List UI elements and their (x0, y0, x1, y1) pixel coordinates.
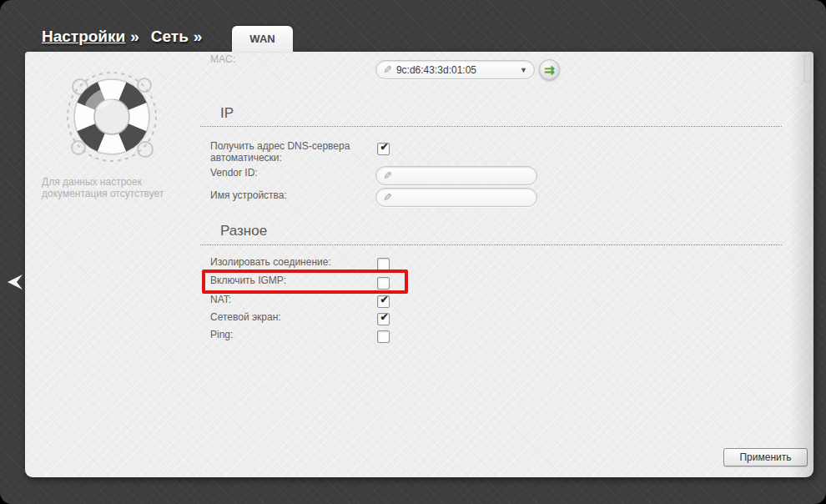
settings-panel: Для данных настроек документация отсутст… (25, 52, 813, 477)
pencil-icon: ✎ (383, 63, 392, 76)
enable-igmp-checkbox[interactable] (377, 277, 390, 290)
pencil-icon: ✎ (383, 191, 392, 204)
apply-button[interactable]: Применить (723, 448, 808, 466)
breadcrumb-separator: » (194, 28, 203, 45)
collapse-arrow-icon (6, 273, 24, 291)
enable-igmp-label: Включить IGMP: (210, 275, 374, 287)
dns-auto-checkbox[interactable]: ✔ (377, 143, 390, 155)
section-title-ip: IP (220, 105, 234, 122)
breadcrumb-separator: » (130, 28, 139, 45)
clone-mac-arrows-icon: ⇉ (544, 63, 555, 76)
mac-select[interactable]: ✎ 9c:d6:43:3d:01:05 ▼ (375, 60, 535, 79)
vendor-id-input[interactable] (396, 168, 530, 184)
tab-wan[interactable]: WAN (232, 26, 293, 52)
scrollbar-thumb[interactable] (803, 54, 811, 83)
router-admin-window: Настройки»Сеть» WAN Для данн (0, 0, 826, 504)
ping-checkbox[interactable] (377, 330, 390, 343)
isolate-connection-checkbox[interactable] (377, 258, 390, 270)
mac-select-value: 9c:d6:43:3d:01:05 (396, 64, 516, 76)
breadcrumb: Настройки»Сеть» (42, 28, 214, 46)
vendor-id-label: Vendor ID: (210, 168, 374, 179)
nat-checkbox[interactable]: ✔ (377, 295, 390, 308)
collapse-panel-button[interactable] (6, 273, 24, 291)
chevron-down-icon: ▼ (520, 66, 527, 74)
section-divider (200, 244, 782, 245)
mac-label: MAC: (210, 54, 374, 66)
device-name-input[interactable] (396, 189, 530, 206)
check-icon: ✔ (380, 141, 388, 153)
lifebuoy-icon (62, 67, 162, 167)
section-title-misc: Разное (220, 223, 267, 239)
check-icon: ✔ (380, 294, 388, 305)
check-icon: ✔ (380, 311, 388, 323)
dns-auto-label: Получить адрес DNS-сервера автоматически… (210, 141, 374, 164)
section-divider (200, 126, 782, 127)
firewall-label: Сетевой экран: (210, 312, 374, 324)
clone-mac-button[interactable]: ⇉ (539, 59, 560, 80)
breadcrumb-settings-link[interactable]: Настройки (42, 28, 125, 45)
no-documentation-note: Для данных настроек документация отсутст… (42, 176, 200, 199)
device-name-field-wrap: ✎ (375, 188, 537, 207)
vendor-id-field-wrap: ✎ (375, 166, 537, 185)
isolate-connection-label: Изолировать соединение: (210, 257, 374, 269)
device-name-label: Имя устройства: (210, 190, 374, 202)
firewall-checkbox[interactable]: ✔ (377, 313, 390, 325)
pencil-icon: ✎ (383, 169, 392, 182)
breadcrumb-network-link[interactable]: Сеть (151, 28, 189, 45)
ping-label: Ping: (210, 330, 374, 341)
nat-label: NAT: (210, 295, 374, 306)
tab-wan-label: WAN (249, 33, 274, 45)
